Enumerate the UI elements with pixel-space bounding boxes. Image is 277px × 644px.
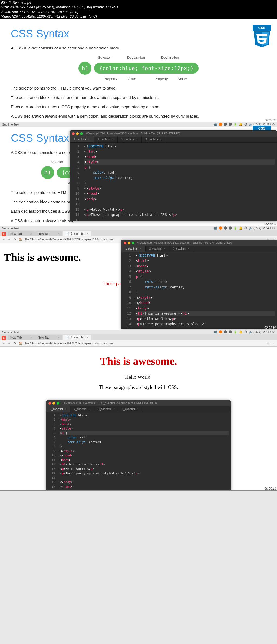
line-numbers: 123456789101112131415161718: [70, 143, 82, 221]
tab-1[interactable]: 1_css.html×: [46, 406, 70, 412]
tab-2[interactable]: 2_css.html×: [146, 246, 170, 252]
mediainfo-overlay: File: 2. Syntax.mp4 Size: 43781579 bytes…: [0, 0, 277, 19]
syntax-diagram: Selector Declaration Declaration h1 {col…: [11, 54, 266, 82]
browser-tab-1[interactable]: New Tab×: [8, 335, 35, 340]
nav-forward-icon[interactable]: →: [8, 238, 11, 241]
label-property-2: Property: [153, 76, 169, 82]
mediainfo-audio: Audio: aac, 44100 Hz, stereo, s16, 128 k…: [1, 10, 276, 14]
mediainfo-video: Video: h264, yuv420p, 1280x720, 742 kb/s…: [1, 14, 276, 19]
browser-app-icon[interactable]: E: [2, 336, 6, 340]
timestamp-4: 00:05:18: [264, 487, 276, 490]
menu-icon[interactable]: ⋮: [272, 342, 275, 345]
star-icon[interactable]: ☆: [266, 342, 269, 345]
reload-icon[interactable]: ↻: [14, 238, 16, 241]
battery-icon[interactable]: 🔋: [233, 123, 237, 126]
tab-3[interactable]: 3_css.html×: [94, 406, 118, 412]
sublime-editor[interactable]: ~/Desktop/HTML Examples/CSS/1_css.html -…: [70, 130, 277, 221]
tab-1[interactable]: 1_css.html×: [70, 137, 94, 142]
rendered-page: This is awesome. Hello World! These para…: [0, 347, 277, 400]
tray-icon-2[interactable]: [229, 123, 232, 126]
close-icon[interactable]: [72, 132, 75, 135]
label-declaration-2: Declaration: [159, 54, 182, 61]
bell-icon[interactable]: 🔔: [239, 123, 243, 126]
tab-3[interactable]: 3_css.html×: [169, 246, 193, 252]
browser-tab-2[interactable]: New Tab×: [35, 335, 62, 340]
timestamp-1: 00:02:30: [264, 118, 276, 121]
code-editor[interactable]: 123456789101112131415161718 <!DOCTYPE ht…: [70, 143, 277, 221]
code-content[interactable]: <!DOCTYPE html> <html> <head> <style> p …: [82, 143, 277, 221]
browser-tab-2[interactable]: New Tab×: [35, 231, 62, 236]
para-1: The selector points to the HTML element …: [11, 85, 266, 91]
maximize-icon[interactable]: [80, 132, 83, 135]
pill-selector: h1: [78, 62, 91, 75]
browser-tabs: E New Tab× New Tab× 📄 1_css.html×: [0, 230, 277, 236]
para-4: A CSS declaration always ends with a sem…: [11, 113, 266, 120]
label-value-2: Value: [177, 76, 188, 82]
browser-tab-3[interactable]: 📄 1_css.html×: [63, 335, 91, 340]
mediainfo-file: File: 2. Syntax.mp4: [1, 1, 276, 5]
screenshot-3: Sublime Text 📹 🔋🔔⏻ 🔈 (95%) 23:40 ⚙ E New…: [0, 226, 277, 330]
browser-tab-1[interactable]: New Tab×: [8, 231, 35, 236]
css3-logo: CSS: [253, 25, 272, 49]
close-tab-icon[interactable]: ×: [30, 232, 32, 235]
para-2: The declaration block contains one or mo…: [11, 95, 266, 101]
minimize-icon[interactable]: [76, 132, 79, 135]
rendered-p2: These paragraphs are styled with CSS.: [4, 384, 273, 390]
tab-2[interactable]: 2_css.html×: [70, 406, 94, 412]
intro-text: A CSS rule-set consists of a selector an…: [11, 45, 266, 51]
mediainfo-size: Size: 43781579 bytes (41.75 MiB), durati…: [1, 5, 276, 10]
rec-icon[interactable]: 📹: [213, 226, 217, 230]
rendered-p1: Hello World!: [4, 374, 273, 380]
code-editor[interactable]: 1234567891011121314151617 <!DOCTYPE html…: [46, 412, 231, 490]
os-titlebar: Sublime Text 📹 🔋🔔⏻ 🔈 (95%) 23:40 ⚙: [0, 226, 277, 230]
para-3: Each declaration includes a CSS property…: [11, 104, 266, 110]
label-declaration-1: Declaration: [124, 54, 148, 61]
screenshot-2: Sublime Text 📹 🔋 🔔 ⏻ 🔈 (95%) 23:38 ⚙ CSS…: [0, 122, 277, 226]
timestamp-3: 00:03:50: [264, 326, 276, 329]
browser-tabs: E New Tab× New Tab× 📄 1_css.html×: [0, 334, 277, 340]
power-icon[interactable]: ⏻: [244, 123, 247, 126]
tab-2[interactable]: 2_css.html×: [94, 137, 118, 142]
os-titlebar: Sublime Text 📹 🔋🔔⏻ 🔈 (96%) 23:40 ⚙: [0, 330, 277, 334]
screenshot-1: CSS CSS Syntax A CSS rule-set consists o…: [0, 19, 277, 122]
rendered-h1-red: This is awesome.: [4, 355, 273, 368]
address-bar: ← → ↻ 🏠 file:///home/devansh/Desktop/HTM…: [0, 340, 277, 347]
tab-1[interactable]: 1_css.html×: [121, 246, 146, 252]
timestamp-2: 00:03:50: [264, 222, 276, 225]
label-value-1: Value: [126, 76, 137, 82]
pill-declaration: {color:blue; font-size:12px;}: [94, 63, 198, 74]
browser-app-icon[interactable]: E: [2, 232, 6, 236]
tab-3[interactable]: 3_css.html×: [118, 137, 142, 142]
nav-back-icon[interactable]: ←: [2, 342, 5, 345]
nav-back-icon[interactable]: ←: [2, 238, 5, 241]
chrome-icon[interactable]: [219, 123, 222, 126]
sublime-editor[interactable]: ~/Desktop/HTML Examples/CSS/1_css.html -…: [46, 400, 231, 491]
browser-tab-3[interactable]: 📄 1_css.html×: [63, 231, 91, 236]
nav-forward-icon[interactable]: →: [8, 342, 11, 345]
code-editor[interactable]: 123456789101112131415161718 <!DOCTYPE ht…: [121, 252, 277, 329]
home-icon[interactable]: 🏠: [19, 342, 22, 345]
app-name: Sublime Text: [2, 123, 19, 126]
rec-icon[interactable]: 📹: [213, 123, 217, 126]
screenshot-4: Sublime Text 📹 🔋🔔⏻ 🔈 (96%) 23:40 ⚙ E New…: [0, 330, 277, 491]
close-tab-icon[interactable]: ×: [88, 138, 90, 141]
window-controls: [72, 132, 83, 135]
tray-icon-1[interactable]: [224, 123, 227, 126]
tab-4[interactable]: 4_css.html×: [118, 406, 142, 412]
menu-icon[interactable]: ⚙: [272, 123, 275, 126]
url-field[interactable]: file:///home/devansh/Desktop/HTML%20Exam…: [25, 342, 264, 345]
page-title: CSS Syntax: [11, 28, 266, 40]
os-titlebar: Sublime Text 📹 🔋 🔔 ⏻ 🔈 (95%) 23:38 ⚙: [0, 122, 277, 127]
label-property-1: Property: [103, 76, 118, 82]
label-selector: Selector: [95, 54, 114, 61]
tab-4[interactable]: 4_css.html×: [142, 137, 166, 142]
window-title: ~/Desktop/HTML Examples/CSS/1_css.html -…: [85, 132, 180, 135]
css3-badge-text: CSS: [253, 25, 271, 31]
editor-tabs: 1_css.html× 2_css.html× 3_css.html× 4_cs…: [70, 137, 277, 143]
reload-icon[interactable]: ↻: [14, 342, 16, 345]
sublime-editor[interactable]: ~/Desktop/HTML Examples/CSS/1_css.html -…: [121, 240, 277, 329]
home-icon[interactable]: 🏠: [19, 238, 22, 241]
